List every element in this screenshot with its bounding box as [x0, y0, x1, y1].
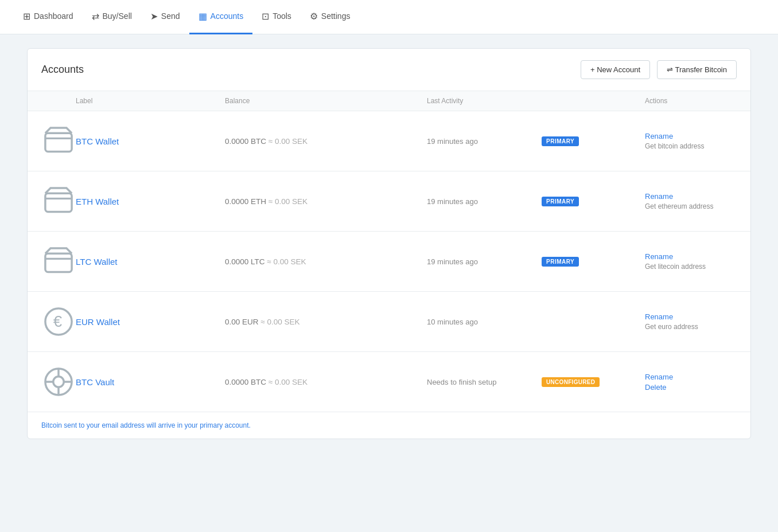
action-rename[interactable]: Rename — [645, 252, 737, 261]
footer-link[interactable]: primary account — [200, 421, 248, 429]
actions-cell: RenameGet ethereum address — [645, 192, 737, 210]
balance-cell: 0.0000 BTC ≈ 0.00 SEK — [225, 378, 427, 386]
balance-cell: 0.0000 LTC ≈ 0.00 SEK — [225, 257, 427, 266]
new-account-button[interactable]: + New Account — [581, 60, 650, 79]
balance-cell: 0.0000 BTC ≈ 0.00 SEK — [225, 137, 427, 146]
wallet-icon — [41, 244, 76, 279]
top-navigation: ⊞ Dashboard ⇄ Buy/Sell ➤ Send ▦ Accounts… — [0, 0, 778, 34]
settings-icon: ⚙ — [310, 11, 318, 22]
nav-label-tools: Tools — [273, 11, 291, 21]
account-name[interactable]: BTC Wallet — [76, 136, 225, 146]
svg-text:€: € — [53, 312, 62, 330]
nav-item-tools[interactable]: ⊡ Tools — [252, 0, 301, 34]
col-header-actions: Actions — [645, 97, 737, 105]
wallet-icon — [41, 184, 76, 218]
accounts-table: BTC Wallet 0.0000 BTC ≈ 0.00 SEK 19 minu… — [28, 111, 750, 412]
nav-label-accounts: Accounts — [211, 11, 244, 21]
nav-label-settings: Settings — [321, 11, 351, 21]
table-row: LTC Wallet 0.0000 LTC ≈ 0.00 SEK 19 minu… — [28, 232, 750, 292]
col-header-last-activity: Last Activity — [427, 97, 542, 105]
card-header: Accounts + New Account ⇌ Transfer Bitcoi… — [28, 49, 750, 91]
svg-rect-0 — [45, 133, 72, 151]
account-name[interactable]: LTC Wallet — [76, 257, 225, 267]
activity-cell: Needs to finish setup — [427, 378, 542, 386]
table-row: BTC Vault 0.0000 BTC ≈ 0.00 SEK Needs to… — [28, 352, 750, 412]
nav-item-send[interactable]: ➤ Send — [141, 0, 189, 34]
tools-icon: ⊡ — [262, 11, 269, 22]
account-name[interactable]: ETH Wallet — [76, 197, 225, 206]
accounts-card: Accounts + New Account ⇌ Transfer Bitcoi… — [27, 48, 751, 439]
wallet-icon — [41, 124, 76, 158]
table-row: BTC Wallet 0.0000 BTC ≈ 0.00 SEK 19 minu… — [28, 111, 750, 171]
nav-label-send: Send — [161, 11, 180, 21]
actions-cell: RenameGet bitcoin address — [645, 132, 737, 150]
buysell-icon: ⇄ — [92, 11, 99, 22]
table-header-row: Label Balance Last Activity Actions — [28, 91, 750, 111]
svg-rect-2 — [45, 253, 72, 272]
dashboard-icon: ⊞ — [23, 11, 30, 22]
send-icon: ➤ — [150, 11, 158, 22]
primary-badge: PRIMARY — [542, 197, 579, 206]
action-rename[interactable]: Rename — [645, 132, 737, 140]
action-rename[interactable]: Rename — [645, 373, 737, 381]
nav-item-buysell[interactable]: ⇄ Buy/Sell — [83, 0, 141, 34]
action-secondary[interactable]: Get ethereum address — [645, 202, 737, 210]
activity-cell: 19 minutes ago — [427, 257, 542, 266]
account-name[interactable]: EUR Wallet — [76, 317, 225, 327]
badge-cell: UNCONFIGURED — [542, 377, 645, 387]
table-row: € EUR Wallet 0.00 EUR ≈ 0.00 SEK 10 minu… — [28, 292, 750, 352]
nav-label-dashboard: Dashboard — [34, 11, 73, 21]
activity-cell: 10 minutes ago — [427, 318, 542, 326]
nav-item-dashboard[interactable]: ⊞ Dashboard — [14, 0, 83, 34]
balance-cell: 0.0000 ETH ≈ 0.00 SEK — [225, 197, 427, 206]
header-actions: + New Account ⇌ Transfer Bitcoin — [581, 60, 737, 79]
nav-item-settings[interactable]: ⚙ Settings — [301, 0, 360, 34]
page-title: Accounts — [41, 64, 84, 76]
action-secondary[interactable]: Get bitcoin address — [645, 142, 737, 150]
balance-cell: 0.00 EUR ≈ 0.00 SEK — [225, 318, 427, 326]
actions-cell: RenameGet litecoin address — [645, 252, 737, 271]
col-header-balance: Balance — [225, 97, 427, 105]
table-row: ETH Wallet 0.0000 ETH ≈ 0.00 SEK 19 minu… — [28, 171, 750, 232]
action-rename[interactable]: Rename — [645, 192, 737, 201]
footer-text-after: . — [249, 421, 251, 429]
wallet-icon: € — [41, 304, 76, 339]
activity-cell: 19 minutes ago — [427, 137, 542, 146]
badge-cell: PRIMARY — [542, 197, 645, 206]
badge-cell: PRIMARY — [542, 136, 645, 146]
col-header-label: Label — [76, 97, 225, 105]
primary-badge: PRIMARY — [542, 257, 579, 267]
unconfigured-badge: UNCONFIGURED — [542, 377, 600, 387]
badge-cell: PRIMARY — [542, 257, 645, 267]
account-name[interactable]: BTC Vault — [76, 377, 225, 387]
primary-badge: PRIMARY — [542, 136, 579, 146]
svg-point-6 — [53, 377, 64, 387]
activity-cell: 19 minutes ago — [427, 197, 542, 206]
footer-text-before: Bitcoin sent to your email address will … — [41, 421, 200, 429]
col-header-icon — [41, 97, 76, 105]
action-rename[interactable]: Rename — [645, 312, 737, 321]
action-secondary[interactable]: Get euro address — [645, 323, 737, 331]
actions-cell: RenameDelete — [645, 373, 737, 392]
col-header-status — [542, 97, 645, 105]
card-footer: Bitcoin sent to your email address will … — [28, 412, 750, 439]
actions-cell: RenameGet euro address — [645, 312, 737, 331]
action-rename[interactable]: Delete — [645, 383, 737, 392]
main-content: Accounts + New Account ⇌ Transfer Bitcoi… — [13, 34, 765, 453]
accounts-icon: ▦ — [199, 11, 207, 22]
action-secondary[interactable]: Get litecoin address — [645, 263, 737, 271]
wallet-icon — [41, 365, 76, 399]
svg-rect-1 — [45, 193, 72, 212]
nav-label-buysell: Buy/Sell — [103, 11, 132, 21]
nav-item-accounts[interactable]: ▦ Accounts — [189, 0, 253, 34]
transfer-bitcoin-button[interactable]: ⇌ Transfer Bitcoin — [657, 60, 737, 79]
